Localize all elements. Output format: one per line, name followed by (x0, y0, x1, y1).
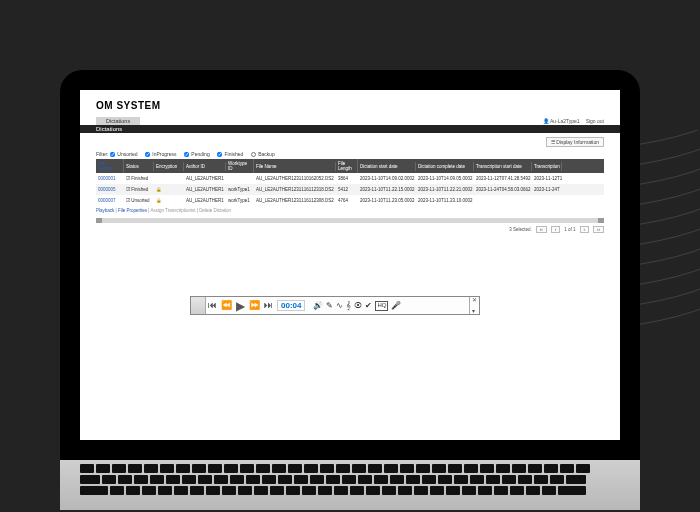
tab-dictations[interactable]: Dictations (96, 117, 140, 125)
volume-icon[interactable]: 🔊 (313, 301, 323, 311)
pagination: 3 Selected. ‹‹ ‹ 1 of 1 › ›› (80, 223, 620, 236)
check-icon[interactable]: ✔ (365, 301, 372, 311)
filter-pending[interactable]: Pending (184, 151, 210, 157)
col-status[interactable]: Status (124, 162, 154, 171)
user-label[interactable]: 👤 Au-La2Type1 (543, 118, 580, 124)
page-first[interactable]: ‹‹ (536, 226, 547, 233)
page-next[interactable]: › (580, 226, 590, 233)
lock-icon: 🔒 (154, 195, 184, 206)
play-icon[interactable]: ▶ (234, 300, 247, 312)
skip-end-icon[interactable]: ⏭ (262, 301, 275, 310)
col-length[interactable]: File Length (336, 159, 358, 173)
skip-start-icon[interactable]: ⏮ (206, 301, 219, 310)
filter-backup[interactable]: Backup (251, 151, 275, 157)
player-progress[interactable] (191, 297, 206, 314)
broadcast-icon[interactable]: ⦿ (354, 301, 362, 311)
horizontal-scrollbar[interactable] (96, 218, 604, 223)
app-screen: OM SYSTEM Dictations 👤 Au-La2Type1 Sign … (80, 90, 620, 440)
laptop-keyboard (60, 460, 640, 510)
display-information-button[interactable]: ☰ Display Information (546, 137, 604, 147)
forward-icon[interactable]: ⏩ (247, 301, 262, 310)
table-row[interactable]: 0000005 ☑ Finished 🔒 AU_LE2AUTHER1 workT… (96, 184, 604, 195)
assign-link: Assign Transcriptionist (150, 208, 195, 213)
col-transcription[interactable]: Transcription (532, 162, 562, 171)
col-job[interactable]: Job Number (96, 159, 124, 173)
col-dictation-complete[interactable]: Dictation complete date (416, 162, 474, 171)
col-dictation-start[interactable]: Dictation start date (358, 162, 416, 171)
status-filter: Filter: Unsorted InProgress Pending Fini… (80, 147, 620, 159)
filter-inprogress[interactable]: InProgress (145, 151, 177, 157)
treble-icon[interactable]: 𝄞 (346, 301, 351, 311)
file-properties-link[interactable]: File Properties (118, 208, 147, 213)
mic-icon[interactable]: 🎤 (391, 301, 401, 311)
lock-icon: 🔒 (154, 184, 184, 195)
col-worktype[interactable]: Worktype ID (226, 159, 254, 173)
playback-link[interactable]: Playback (96, 208, 114, 213)
page-last[interactable]: ›› (593, 226, 604, 233)
close-player-icon[interactable]: ✕ (470, 297, 479, 303)
scroll-right-arrow[interactable] (598, 218, 604, 223)
delete-link: Delete Dictation (199, 208, 231, 213)
topbar: Dictations 👤 Au-La2Type1 Sign out (80, 117, 620, 125)
filter-label: Filter: (96, 151, 109, 157)
col-transcription-start[interactable]: Transcription start date (474, 162, 532, 171)
brand-logo: OM SYSTEM (80, 90, 620, 117)
player-menu-icon[interactable]: ▾ (470, 308, 479, 314)
col-author[interactable]: Author ID (184, 162, 226, 171)
page-indicator: 1 of 1 (564, 227, 575, 232)
screen-bezel: OM SYSTEM Dictations 👤 Au-La2Type1 Sign … (60, 70, 640, 460)
page-title: Dictations (80, 125, 620, 133)
table-header: Job Number Status Encryption Author ID W… (96, 159, 604, 173)
row-action-links: Playback | File Properties | Assign Tran… (80, 206, 620, 215)
signout-link[interactable]: Sign out (586, 118, 604, 124)
dictations-table: Job Number Status Encryption Author ID W… (96, 159, 604, 206)
laptop-mockup: OM SYSTEM Dictations 👤 Au-La2Type1 Sign … (60, 70, 640, 510)
selection-count: 3 Selected. (509, 227, 532, 232)
table-row[interactable]: 0000007 ☑ Unsorted 🔒 AU_LE2AUTHER1 workT… (96, 195, 604, 206)
high-quality-icon[interactable]: HQ (375, 301, 388, 311)
player-time: 00:04 (277, 300, 305, 311)
col-filename[interactable]: File Name (254, 162, 336, 171)
page-prev[interactable]: ‹ (551, 226, 561, 233)
col-encryption[interactable]: Encryption (154, 162, 184, 171)
edit-icon[interactable]: ✎ (326, 301, 333, 311)
audio-player: ⏮ ⏪ ▶ ⏩ ⏭ 00:04 🔊 ✎ ∿ 𝄞 ⦿ ✔ HQ 🎤 ✕ (190, 296, 480, 315)
filter-unsorted[interactable]: Unsorted (110, 151, 138, 157)
waveform-icon[interactable]: ∿ (336, 301, 343, 311)
rewind-icon[interactable]: ⏪ (219, 301, 234, 310)
filter-finished[interactable]: Finished (217, 151, 243, 157)
table-row[interactable]: 0000001 ☑ Finished AU_LE2AUTHER1 AU_LE2A… (96, 173, 604, 184)
